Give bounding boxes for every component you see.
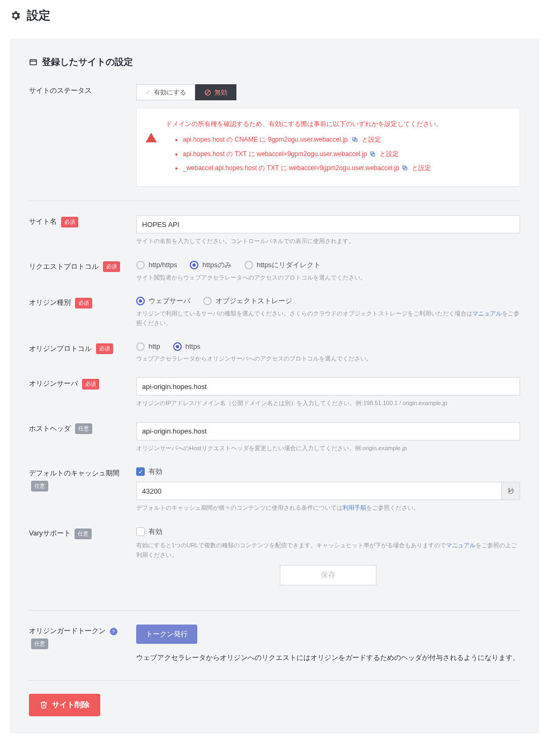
alert-intro: ドメインの所有権を確認するため、有効にする際は事前に以下のいずれかを設定してくだ… [166, 118, 509, 130]
window-icon [29, 58, 38, 67]
host-header-input[interactable] [136, 422, 520, 441]
required-badge: 必須 [61, 217, 78, 227]
usage-link[interactable]: 利用手順 [343, 504, 366, 511]
protocol-radio-https-redirect[interactable]: httpsにリダイレクト [244, 260, 321, 270]
delete-button[interactable]: サイト削除 [29, 694, 100, 716]
cache-help: デフォルトのキャッシュ期間が個々のコンテンツに使用される条件については利用手順を… [136, 503, 520, 513]
domain-alert: ドメインの所有権を確認するため、有効にする際は事前に以下のいずれかを設定してくだ… [136, 108, 520, 187]
alert-item: api.hopes.host の CNAME に 9gpm2ogu.user.w… [183, 134, 509, 146]
token-desc: ウェブアクセラレータからオリジンへのリクエストにはオリジンをガードするためのヘッ… [136, 651, 520, 664]
cache-unit: 秒 [502, 482, 520, 500]
request-protocol-label: リクエストプロトコル [29, 262, 99, 270]
optional-badge: 任意 [75, 423, 92, 434]
page-title-text: 設定 [27, 8, 50, 24]
enable-label: 有効にする [154, 88, 186, 97]
origin-type-help: オリジンで利用しているサーバの種類を選んでください。さくらのクラウドのオブジェク… [136, 309, 520, 328]
optional-badge: 任意 [75, 529, 92, 539]
origin-protocol-row: オリジンプロトコル 必須 http https ウェブアクセラレータからオリジン… [29, 342, 520, 364]
protocol-radio-https-only[interactable]: httpsのみ [190, 260, 231, 270]
section-title: 登録したサイトの設定 [42, 56, 133, 68]
section-header: 登録したサイトの設定 [29, 56, 520, 68]
site-name-input[interactable] [136, 215, 520, 233]
origin-server-row: オリジンサーバ 必須 オリジンのIPアドレス/ドメイン名（公開ドメイン名とは別）… [29, 377, 520, 408]
disable-button[interactable]: 無効 [195, 84, 236, 100]
vary-row: Varyサポート 任意 有効 有効にすると1つのURLで複数の種類のコンテンツを… [29, 527, 520, 596]
help-icon[interactable]: ? [110, 628, 117, 635]
optional-badge: 任意 [31, 638, 48, 649]
origin-type-radio-object[interactable]: オブジェクトストレージ [203, 296, 292, 306]
alert-list: api.hopes.host の CNAME に 9gpm2ogu.user.w… [183, 134, 509, 174]
trash-icon [40, 701, 48, 709]
origin-protocol-help: ウェブアクセラレータからオリジンサーバへのアクセスのプロトコルを選んでください。 [136, 354, 520, 364]
alert-item: api.hopes.host の TXT に webaccel=9gpm2ogu… [183, 148, 509, 160]
required-badge: 必須 [82, 379, 99, 390]
site-name-row: サイト名 必須 サイトの名前を入力してください。コントロールパネルでの表示に使用… [29, 215, 520, 246]
delete-section: サイト削除 [29, 680, 520, 716]
page-title: 設定 [10, 8, 539, 24]
host-header-help: オリジンサーバへのHostリクエストヘッダを変更したい場合に入力してください。例… [136, 444, 520, 453]
manual-link[interactable]: マニュアル [446, 542, 476, 548]
cache-label: デフォルトのキャッシュ期間 [29, 469, 120, 477]
origin-server-label: オリジンサーバ [29, 379, 78, 387]
origin-type-radio-web[interactable]: ウェブサーバ [136, 296, 190, 306]
host-header-row: ホストヘッダ 任意 オリジンサーバへのHostリクエストヘッダを変更したい場合に… [29, 422, 520, 453]
required-badge: 必須 [96, 343, 113, 354]
gear-icon [10, 10, 21, 21]
disable-label: 無効 [214, 88, 227, 97]
origin-server-input[interactable] [136, 377, 520, 395]
optional-badge: 任意 [31, 481, 48, 491]
copy-icon[interactable] [352, 136, 358, 143]
origin-protocol-radio-http[interactable]: http [136, 342, 160, 351]
request-protocol-row: リクエストプロトコル 必須 http/https httpsのみ httpsにリ… [29, 260, 520, 283]
manual-link[interactable]: マニュアル [472, 310, 502, 317]
token-button[interactable]: トークン発行 [136, 625, 197, 644]
check-icon: ✓ [145, 89, 151, 96]
token-row: オリジンガードトークン ? 任意 トークン発行 ウェブアクセラレータからオリジン… [29, 625, 520, 664]
token-label: オリジンガードトークン [29, 627, 106, 635]
copy-icon[interactable] [402, 165, 408, 171]
cache-value-input[interactable] [136, 482, 502, 500]
origin-type-label: オリジン種別 [29, 298, 71, 306]
alert-item: _webaccel.api.hopes.host の TXT に webacce… [183, 162, 509, 174]
status-label: サイトのステータス [29, 84, 136, 97]
status-row: サイトのステータス ✓ 有効にする 無効 [29, 84, 520, 187]
origin-server-help: オリジンのIPアドレス/ドメイン名（公開ドメイン名とは別）を入力してください。例… [136, 399, 520, 408]
origin-protocol-label: オリジンプロトコル [29, 344, 92, 353]
prohibit-icon [204, 89, 211, 96]
delete-label: サイト削除 [52, 700, 90, 710]
save-button[interactable]: 保存 [280, 565, 376, 585]
site-name-help: サイトの名前を入力してください。コントロールパネルでの表示に使用されます。 [136, 237, 520, 246]
enable-button[interactable]: ✓ 有効にする [136, 84, 195, 100]
divider [29, 610, 520, 611]
vary-enable-checkbox[interactable]: 有効 [136, 527, 162, 537]
status-toggle: ✓ 有効にする 無効 [136, 84, 520, 100]
copy-icon[interactable] [369, 151, 376, 157]
origin-type-row: オリジン種別 必須 ウェブサーバ オブジェクトストレージ オリジンで利用している… [29, 296, 520, 328]
required-badge: 必須 [103, 261, 120, 272]
request-protocol-help: サイト閲覧者からウェブアクセラレータへのアクセスのプロトコルを選んでください。 [136, 273, 520, 283]
divider [29, 201, 520, 201]
host-header-label: ホストヘッダ [29, 424, 71, 432]
svg-line-3 [206, 91, 210, 94]
vary-label: Varyサポート [29, 529, 71, 537]
cache-row: デフォルトのキャッシュ期間 任意 ✓有効 秒 デフォルトのキャッシュ期間が個々の… [29, 467, 520, 513]
svg-rect-0 [30, 60, 36, 64]
settings-panel: 登録したサイトの設定 サイトのステータス ✓ 有効にする 無効 [10, 39, 539, 733]
cache-enable-checkbox[interactable]: ✓有効 [136, 467, 162, 476]
warning-icon [145, 132, 157, 144]
site-name-label: サイト名 [29, 217, 57, 225]
required-badge: 必須 [75, 298, 92, 309]
protocol-radio-http-https[interactable]: http/https [136, 261, 177, 269]
origin-protocol-radio-https[interactable]: https [173, 342, 201, 351]
vary-help: 有効にすると1つのURLで複数の種類のコンテンツを配信できます。キャッシュヒット… [136, 541, 520, 560]
